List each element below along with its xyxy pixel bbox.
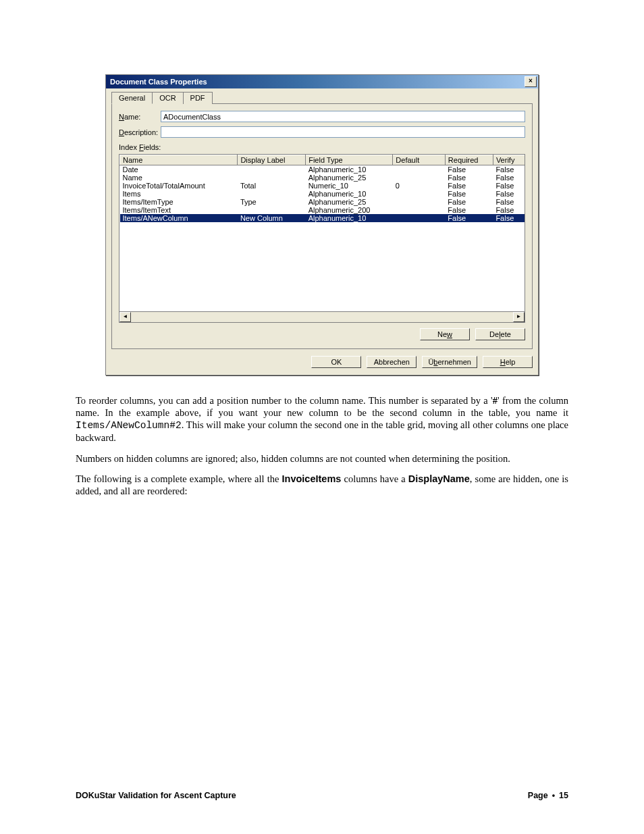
tab-pdf[interactable]: PDF bbox=[183, 92, 213, 104]
ok-button[interactable]: OK bbox=[311, 356, 361, 368]
grid-header-row: Name Display Label Field Type Default Re… bbox=[120, 155, 526, 165]
name-label: Name: bbox=[119, 113, 161, 121]
page-number: Page•15 bbox=[528, 791, 568, 800]
horizontal-scrollbar[interactable]: ◄ ► bbox=[119, 311, 525, 322]
apply-button[interactable]: Übernehmen bbox=[422, 356, 477, 368]
description-label: Description: bbox=[119, 128, 161, 136]
page-footer: DOKuStar Validation for Ascent Capture P… bbox=[76, 791, 568, 800]
col-required[interactable]: Required bbox=[445, 155, 493, 165]
scroll-left-icon[interactable]: ◄ bbox=[119, 312, 131, 322]
col-verify[interactable]: Verify bbox=[493, 155, 525, 165]
table-row[interactable]: DateAlphanumeric_10FalseFalseFalseFalseF… bbox=[120, 165, 526, 174]
index-fields-grid[interactable]: Name Display Label Field Type Default Re… bbox=[119, 154, 525, 323]
tab-ocr[interactable]: OCR bbox=[152, 92, 183, 104]
table-row[interactable]: InvoiceTotal/TotalAmountTotalNumeric_100… bbox=[120, 182, 526, 190]
tab-page-general: Name: Description: Index Fields: bbox=[111, 103, 533, 349]
table-row[interactable]: NameAlphanumeric_25FalseFalseFalseTrueFa bbox=[120, 174, 526, 182]
document-class-properties-dialog: Document Class Properties × General OCR … bbox=[105, 74, 539, 375]
scroll-right-icon[interactable]: ► bbox=[513, 312, 525, 322]
paragraph-reorder: To reorder columns, you can add a positi… bbox=[76, 394, 568, 444]
table-row[interactable]: Items/ANewColumnNew ColumnAlphanumeric_1… bbox=[120, 214, 526, 222]
col-name[interactable]: Name bbox=[120, 155, 238, 165]
dialog-title: Document Class Properties bbox=[110, 78, 207, 86]
paragraph-example-intro: The following is a complete example, whe… bbox=[76, 473, 568, 497]
col-field-type[interactable]: Field Type bbox=[306, 155, 393, 165]
table-row[interactable]: Items/ItemTypeTypeAlphanumeric_25FalseFa… bbox=[120, 198, 526, 206]
col-display-label[interactable]: Display Label bbox=[238, 155, 306, 165]
description-field[interactable] bbox=[161, 126, 525, 138]
new-button[interactable]: New bbox=[420, 328, 470, 340]
index-fields-label: Index Fields: bbox=[119, 143, 525, 151]
help-button[interactable]: Help bbox=[483, 356, 533, 368]
close-icon[interactable]: × bbox=[525, 76, 537, 87]
delete-button[interactable]: Delete bbox=[475, 328, 525, 340]
dialog-titlebar[interactable]: Document Class Properties × bbox=[106, 75, 538, 88]
table-row[interactable]: Items/ItemTextAlphanumeric_200FalseFalse… bbox=[120, 206, 526, 214]
footer-title: DOKuStar Validation for Ascent Capture bbox=[76, 791, 236, 800]
col-default[interactable]: Default bbox=[393, 155, 446, 165]
cancel-button[interactable]: Abbrechen bbox=[367, 356, 417, 368]
tab-general[interactable]: General bbox=[111, 92, 153, 104]
paragraph-hidden-note: Numbers on hidden columns are ignored; a… bbox=[76, 452, 568, 465]
table-row[interactable]: ItemsAlphanumeric_10FalseFalseFalseFalse… bbox=[120, 190, 526, 198]
name-field[interactable] bbox=[161, 111, 525, 122]
tab-strip: General OCR PDF bbox=[111, 91, 533, 103]
